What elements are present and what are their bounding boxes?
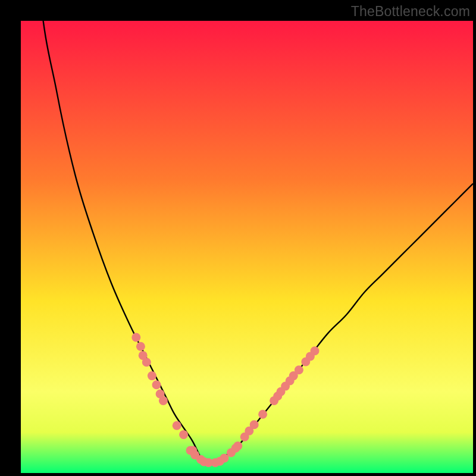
data-marker (136, 342, 145, 351)
data-marker (142, 358, 151, 367)
data-marker (258, 410, 267, 419)
gradient-background (21, 21, 473, 473)
chart-frame: TheBottleneck.com (0, 0, 476, 476)
data-marker (159, 396, 168, 405)
data-marker (179, 430, 188, 439)
chart-svg (21, 21, 473, 473)
data-marker (148, 371, 156, 380)
data-marker (250, 420, 259, 429)
data-marker (173, 421, 181, 430)
data-marker (233, 441, 242, 450)
data-marker (131, 333, 140, 342)
data-marker (152, 380, 161, 389)
data-marker (311, 346, 320, 355)
plot-area (21, 21, 473, 473)
data-marker (295, 365, 303, 374)
watermark-text: TheBottleneck.com (351, 4, 470, 20)
